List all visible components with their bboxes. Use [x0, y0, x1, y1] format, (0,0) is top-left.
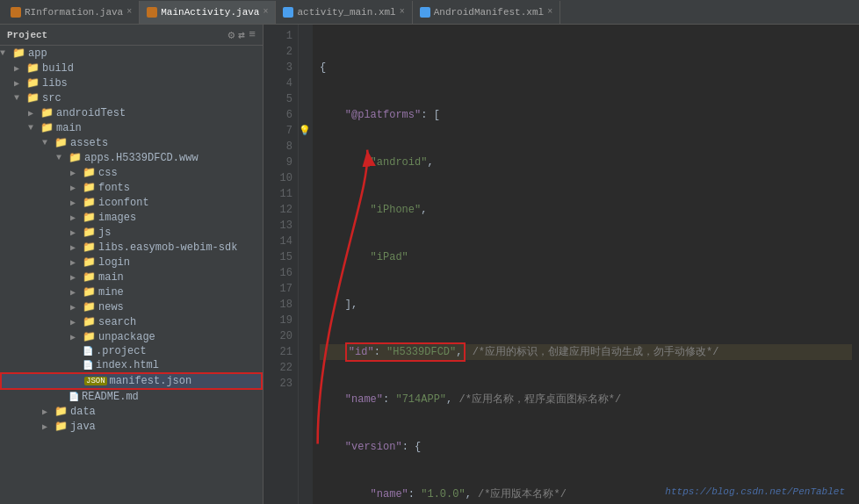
tab-activity-main[interactable]: activity_main.xml ×: [276, 1, 412, 24]
tree-item-fonts[interactable]: ▶ 📁 fonts: [0, 180, 263, 195]
tree-item-app[interactable]: ▼ 📁 app: [0, 46, 263, 61]
code-line-9: "version": {: [320, 439, 852, 455]
tree-item-images[interactable]: ▶ 📁 images: [0, 210, 263, 225]
tab-androidmanifest[interactable]: AndroidManifest.xml ×: [413, 1, 560, 24]
tree-item-data[interactable]: ▶ 📁 data: [0, 404, 263, 419]
tab-close-icon[interactable]: ×: [547, 7, 552, 17]
sync-icon[interactable]: ⇄: [238, 28, 245, 42]
tree-item-news[interactable]: ▶ 📁 news: [0, 299, 263, 314]
tab-mainactivity[interactable]: MainActivity.java ×: [140, 1, 276, 24]
tree-item-assets[interactable]: ▼ 📁 assets: [0, 135, 263, 150]
xml-icon: [283, 7, 293, 18]
tree-item-main2[interactable]: ▶ 📁 main: [0, 270, 263, 284]
java-icon: [147, 7, 157, 18]
code-line-1: {: [320, 60, 852, 76]
tab-bar: RInformation.java × MainActivity.java × …: [0, 0, 859, 25]
sidebar: Project ⚙ ⇄ ≡ ▼ 📁 app ▶ 📁 build ▶ 📁 libs: [0, 25, 263, 504]
tree-item-src[interactable]: ▼ 📁 src: [0, 90, 263, 105]
tree-item-libs[interactable]: ▶ 📁 libs: [0, 76, 263, 90]
tree-item-main[interactable]: ▼ 📁 main: [0, 120, 263, 135]
tab-close-icon[interactable]: ×: [400, 7, 405, 17]
tree-item-project-file[interactable]: ▶ 📄 .project: [0, 344, 263, 358]
watermark: https://blog.csdn.net/PenTablet: [665, 486, 845, 497]
tree-item-search[interactable]: ▶ 📁 search: [0, 314, 263, 329]
java-icon: [11, 7, 21, 18]
tree-item-apps-h5339dfcd[interactable]: ▼ 📁 apps.H5339DFCD.www: [0, 150, 263, 165]
sidebar-header-icons: ⚙ ⇄ ≡: [228, 28, 256, 42]
code-line-3: "android",: [320, 155, 852, 170]
gutter: 💡: [299, 25, 313, 504]
tree-item-login[interactable]: ▶ 📁 login: [0, 255, 263, 270]
tree-item-readme[interactable]: ▶ 📄 README.md: [0, 390, 263, 404]
sidebar-header: Project ⚙ ⇄ ≡: [0, 25, 263, 46]
tree-item-build[interactable]: ▶ 📁 build: [0, 61, 263, 76]
tree-item-iconfont[interactable]: ▶ 📁 iconfont: [0, 195, 263, 210]
tree-item-js[interactable]: ▶ 📁 js: [0, 225, 263, 240]
tree-item-css[interactable]: ▶ 📁 css: [0, 165, 263, 180]
code-line-6: ],: [320, 297, 852, 313]
code-line-4: "iPhone",: [320, 202, 852, 218]
xml-icon: [420, 7, 430, 18]
code-editor[interactable]: { "@platforms": [ "android", "iPhone", "…: [313, 25, 859, 504]
code-line-7: "id": "H5339DFCD", /*应用的标识，创建应用时自动生成，勿手动…: [320, 344, 852, 360]
code-line-8: "name": "714APP", /*应用名称，程序桌面图标名称*/: [320, 392, 852, 407]
line-numbers: 123456 789101112 131415161718 1920212223: [263, 25, 299, 504]
tab-rinformation[interactable]: RInformation.java ×: [4, 1, 140, 24]
tree-item-manifest-json[interactable]: ▶ JSON manifest.json: [0, 372, 263, 390]
tree-item-libs-easymob[interactable]: ▶ 📁 libs.easymob-webim-sdk: [0, 240, 263, 255]
tree-item-unpackage[interactable]: ▶ 📁 unpackage: [0, 329, 263, 344]
collapse-icon[interactable]: ≡: [249, 28, 256, 42]
code-content[interactable]: 123456 789101112 131415161718 1920212223…: [263, 25, 859, 504]
tree-item-mine[interactable]: ▶ 📁 mine: [0, 284, 263, 299]
tree-item-androidtest[interactable]: ▶ 📁 androidTest: [0, 105, 263, 120]
tab-close-icon[interactable]: ×: [263, 7, 268, 17]
tab-close-icon[interactable]: ×: [126, 7, 132, 17]
code-line-2: "@platforms": [: [320, 107, 852, 123]
bulb-icon[interactable]: 💡: [299, 123, 313, 139]
settings-icon[interactable]: ⚙: [228, 28, 235, 42]
tree-item-java[interactable]: ▶ 📁 java: [0, 419, 263, 434]
tree-item-index-html[interactable]: ▶ 📄 index.html: [0, 358, 263, 372]
main-area: Project ⚙ ⇄ ≡ ▼ 📁 app ▶ 📁 build ▶ 📁 libs: [0, 25, 859, 504]
code-line-5: "iPad": [320, 249, 852, 265]
editor-area: 123456 789101112 131415161718 1920212223…: [263, 25, 859, 504]
